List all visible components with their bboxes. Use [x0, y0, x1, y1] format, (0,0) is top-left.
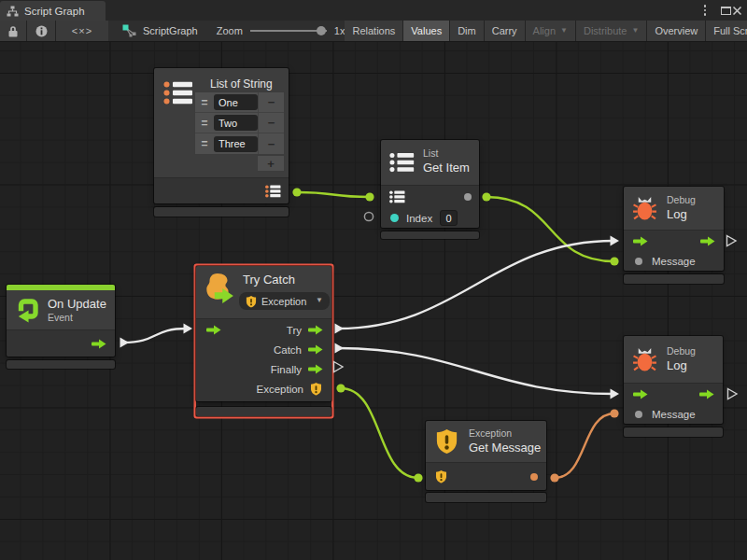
exception-in-port-icon[interactable] — [435, 469, 447, 483]
collapse-nodes-button[interactable]: <×> — [56, 21, 108, 41]
remove-item-button[interactable]: − — [258, 92, 284, 112]
overview-button[interactable]: Overview — [647, 21, 705, 41]
flow-in-port-icon[interactable] — [206, 325, 221, 335]
wire-catch-flow-to-log-bottom[interactable] — [338, 348, 613, 394]
list-item-field[interactable]: One — [214, 94, 258, 110]
finally-flow-out-port-icon[interactable] — [308, 364, 323, 374]
graph-hierarchy-icon — [7, 6, 19, 17]
wire-getmessage-output-to-log-bottom-message[interactable] — [555, 413, 614, 478]
fullscreen-button[interactable]: Full Screen — [706, 21, 747, 41]
item-output-port[interactable] — [464, 193, 472, 201]
flow-out-port-icon[interactable] — [699, 389, 714, 399]
list-item-field[interactable]: Two — [214, 115, 258, 131]
distribute-dropdown-button[interactable]: Distribute▼ — [576, 21, 646, 41]
wire-end-getitem-output-to-log-top-message[interactable] — [610, 257, 618, 265]
drag-handle[interactable]: = — [195, 137, 214, 150]
info-button[interactable] — [27, 21, 55, 41]
carry-button[interactable]: Carry — [485, 21, 525, 41]
graph-canvas[interactable]: List of String = One − = Two − — [0, 42, 747, 560]
list-input-port-icon[interactable] — [389, 190, 405, 203]
node-group: Debug — [667, 345, 696, 357]
chevron-down-icon: ▼ — [631, 26, 639, 35]
wire-end-catch-flow-to-log-bottom[interactable] — [611, 389, 620, 399]
remove-item-button[interactable]: − — [258, 133, 284, 154]
node-title: Log — [667, 358, 687, 372]
tab-script-graph[interactable]: Script Graph — [0, 1, 106, 21]
wire-end-getmessage-output-to-log-bottom-message[interactable] — [610, 409, 618, 417]
finally-unconnected-port[interactable] — [334, 362, 344, 372]
node-get-item[interactable]: List Get Item Index 0 — [381, 140, 479, 239]
wire-start-list-output-to-getitem-input[interactable] — [292, 188, 301, 196]
drag-handle[interactable]: = — [195, 117, 214, 130]
zoom-slider-knob[interactable] — [317, 26, 326, 35]
relations-button[interactable]: Relations — [345, 21, 402, 41]
wire-start-getitem-output-to-log-top-message[interactable] — [482, 192, 490, 201]
wire-end-list-output-to-getitem-input[interactable] — [365, 192, 374, 201]
index-input-port[interactable] — [390, 214, 399, 222]
message-label: Message — [652, 409, 696, 420]
try-flow-out-port-icon[interactable] — [308, 325, 323, 335]
string-list-editor: = One − = Two − = Three − — [195, 92, 284, 154]
close-icon[interactable] — [732, 0, 745, 21]
lock-icon — [7, 25, 19, 37]
node-debug-log-bottom[interactable]: Debug Log Message — [624, 336, 723, 437]
zoom-slider[interactable] — [250, 21, 327, 41]
values-button[interactable]: Values — [403, 21, 449, 41]
chevron-down-icon: ▼ — [560, 26, 568, 35]
flow-in-port-icon[interactable] — [633, 389, 648, 399]
wire-start-onupdate-flow-to-trycatch[interactable] — [120, 338, 130, 348]
catch-flow-out-port-icon[interactable] — [308, 344, 323, 355]
wire-exception-to-getmessage[interactable] — [341, 388, 418, 478]
node-footer — [7, 360, 115, 369]
message-input-port[interactable] — [635, 411, 642, 418]
node-footer — [624, 427, 723, 437]
wire-getitem-output-to-log-top-message[interactable] — [486, 197, 614, 261]
flow-out-port-icon[interactable] — [92, 339, 106, 349]
align-dropdown-button[interactable]: Align▼ — [526, 21, 575, 41]
lock-button[interactable] — [0, 21, 26, 41]
list-item-field[interactable]: Three — [214, 136, 258, 152]
dim-button[interactable]: Dim — [450, 21, 484, 41]
index-value-field[interactable]: 0 — [440, 210, 458, 226]
exception-out-port-icon[interactable] — [310, 382, 322, 396]
log-top-flow-out-port[interactable] — [727, 236, 737, 246]
script-graph-icon — [122, 24, 137, 37]
window-menu-icon[interactable] — [698, 0, 712, 21]
log-bottom-flow-out-port[interactable] — [728, 389, 738, 399]
wire-start-catch-flow-to-log-bottom[interactable] — [335, 343, 345, 354]
wire-end-exception-to-getmessage[interactable] — [414, 473, 422, 482]
flow-in-port-icon[interactable] — [633, 236, 648, 246]
wire-end-try-flow-to-log-top[interactable] — [611, 236, 620, 246]
graph-breadcrumb[interactable]: ScriptGraph — [122, 21, 198, 41]
getitem-index-unconnected-port[interactable] — [364, 212, 373, 220]
node-list-of-string[interactable]: List of String = One − = Two − — [154, 68, 289, 217]
wire-start-try-flow-to-log-top[interactable] — [335, 324, 345, 334]
node-footer — [154, 207, 289, 217]
add-item-button[interactable]: + — [258, 156, 284, 171]
drag-handle[interactable]: = — [195, 96, 214, 109]
wire-list-output-to-getitem-input[interactable] — [297, 192, 370, 197]
message-input-port[interactable] — [635, 258, 642, 265]
wire-onupdate-flow-to-trycatch[interactable] — [123, 329, 187, 343]
zoom-label: Zoom — [217, 25, 243, 36]
bug-icon — [632, 195, 657, 221]
flow-out-port-icon[interactable] — [700, 236, 715, 246]
wire-end-onupdate-flow-to-trycatch[interactable] — [184, 324, 193, 334]
message-output-port[interactable] — [530, 473, 538, 481]
exception-type-dropdown[interactable]: Exception ▼ — [239, 292, 330, 310]
wire-start-getmessage-output-to-log-bottom-message[interactable] — [550, 473, 558, 482]
wire-start-exception-to-getmessage[interactable] — [336, 384, 345, 392]
window-tab-bar: Script Graph — [0, 0, 747, 21]
node-on-update[interactable]: On Update Event — [7, 285, 115, 369]
wire-try-flow-to-log-top[interactable] — [338, 241, 613, 329]
node-get-message[interactable]: Exception Get Message — [426, 421, 546, 502]
list-output-port-icon[interactable] — [265, 185, 281, 198]
node-debug-log-top[interactable]: Debug Log Message — [624, 187, 724, 284]
zoom-value: 1x — [334, 25, 345, 36]
maximize-icon[interactable] — [721, 0, 731, 21]
zoom-slider-track — [250, 30, 327, 32]
script-graph-window: Script Graph <×> ScriptGraph Zoom — [0, 0, 747, 560]
left-button-strip: <×> — [0, 21, 108, 41]
remove-item-button[interactable]: − — [258, 113, 284, 133]
node-try-catch[interactable]: Try Catch Exception ▼ Try Catch — [196, 266, 331, 416]
